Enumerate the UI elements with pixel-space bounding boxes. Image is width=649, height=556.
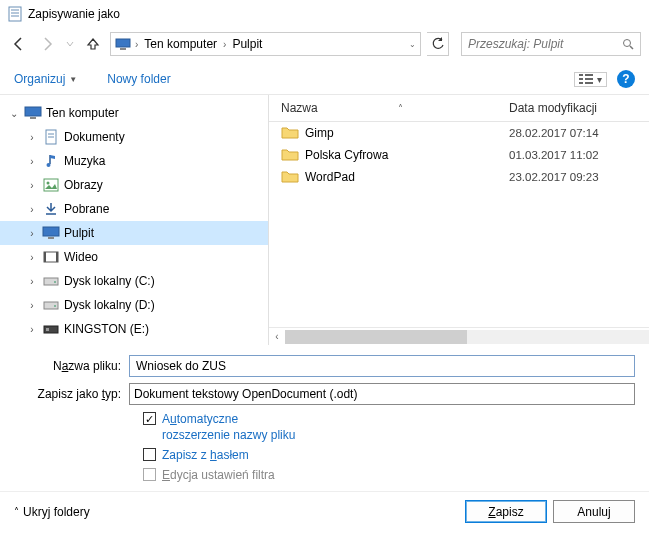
folder-icon	[281, 126, 299, 140]
tree-item-label: Dokumenty	[64, 130, 125, 144]
svg-rect-5	[120, 48, 126, 50]
organize-dropdown-icon[interactable]: ▼	[65, 75, 77, 84]
auto-extension-checkbox[interactable]	[143, 412, 156, 425]
tree-item[interactable]: ›Obrazy	[0, 173, 268, 197]
expand-icon[interactable]: ›	[26, 300, 38, 311]
svg-rect-13	[585, 82, 593, 84]
new-folder-button[interactable]: Nowy folder	[107, 72, 170, 86]
expand-icon[interactable]: ›	[26, 324, 38, 335]
up-button[interactable]	[82, 33, 104, 55]
svg-rect-23	[43, 227, 59, 236]
svg-rect-20	[44, 179, 58, 191]
tree-item[interactable]: ›Dysk lokalny (C:)	[0, 269, 268, 293]
file-name: WordPad	[305, 170, 509, 184]
organize-button[interactable]: Organizuj	[14, 72, 65, 86]
svg-rect-25	[44, 252, 58, 262]
svg-rect-12	[585, 78, 593, 80]
svg-rect-14	[25, 107, 41, 116]
tree-item-label: Ten komputer	[46, 106, 119, 120]
tree-item[interactable]: ›Dysk lokalny (D:)	[0, 293, 268, 317]
tree-item[interactable]: ›Muzyka	[0, 149, 268, 173]
expand-icon[interactable]: ›	[26, 204, 38, 215]
tree-item[interactable]: ›Pobrane	[0, 197, 268, 221]
sort-indicator-icon: ˄	[398, 103, 403, 114]
expand-icon[interactable]: ›	[26, 228, 38, 239]
breadcrumb[interactable]: › Ten komputer › Pulpit ⌄	[110, 32, 421, 56]
drive-icon	[42, 297, 60, 313]
hide-folders-button[interactable]: ˄ Ukryj foldery	[14, 505, 90, 519]
expand-icon[interactable]: ›	[26, 180, 38, 191]
column-date[interactable]: Data modyfikacji	[509, 101, 639, 115]
monitor-icon	[115, 37, 131, 51]
svg-rect-33	[46, 328, 49, 331]
auto-extension-label[interactable]: Automatyczne rozszerzenie nazwy pliku	[162, 411, 302, 443]
file-row[interactable]: Polska Cyfrowa01.03.2017 11:02	[269, 144, 649, 166]
svg-rect-0	[9, 7, 21, 21]
breadcrumb-folder[interactable]: Pulpit	[230, 37, 264, 51]
svg-rect-9	[579, 78, 583, 80]
chevron-up-icon: ˄	[14, 506, 19, 517]
folder-icon	[281, 170, 299, 184]
tree-item[interactable]: ⌄Ten komputer	[0, 101, 268, 125]
refresh-button[interactable]	[427, 32, 449, 56]
search-input[interactable]	[468, 37, 622, 51]
tree-item[interactable]: ›Wideo	[0, 245, 268, 269]
filetype-value: Dokument tekstowy OpenDocument (.odt)	[134, 387, 357, 401]
recent-dropdown[interactable]	[64, 33, 76, 55]
help-button[interactable]: ?	[617, 70, 635, 88]
tree-item-label: KINGSTON (E:)	[64, 322, 149, 336]
expand-icon[interactable]: ›	[26, 156, 38, 167]
tree-pane[interactable]: ⌄Ten komputer›Dokumenty›Muzyka›Obrazy›Po…	[0, 95, 268, 345]
svg-rect-8	[579, 74, 583, 76]
tree-item-label: Dysk lokalny (C:)	[64, 274, 155, 288]
breadcrumb-root[interactable]: Ten komputer	[142, 37, 219, 51]
save-form: Nazwa pliku: Zapisz jako typ: Dokument t…	[0, 345, 649, 491]
horizontal-scrollbar[interactable]: ‹	[269, 327, 649, 345]
svg-rect-24	[48, 237, 54, 239]
file-list[interactable]: Gimp28.02.2017 07:14Polska Cyfrowa01.03.…	[269, 122, 649, 327]
scroll-thumb[interactable]	[285, 330, 467, 344]
column-name[interactable]: Nazwa	[281, 101, 318, 115]
collapse-icon[interactable]: ⌄	[8, 108, 20, 119]
filetype-select[interactable]: Dokument tekstowy OpenDocument (.odt)	[129, 383, 635, 405]
forward-button[interactable]	[36, 33, 58, 55]
breadcrumb-dropdown-icon[interactable]: ⌄	[407, 40, 416, 49]
view-options-button[interactable]: ▾	[574, 72, 607, 87]
file-row[interactable]: Gimp28.02.2017 07:14	[269, 122, 649, 144]
tree-item[interactable]: ›Dokumenty	[0, 125, 268, 149]
save-options: Automatyczne rozszerzenie nazwy pliku Za…	[143, 411, 635, 483]
tree-item[interactable]: ›KINGSTON (E:)	[0, 317, 268, 341]
tree-item-label: Obrazy	[64, 178, 103, 192]
file-date: 01.03.2017 11:02	[509, 149, 639, 161]
column-headers[interactable]: Nazwa ˄ Data modyfikacji	[269, 95, 649, 122]
dialog-footer: ˄ Ukryj foldery Zapisz Anuluj	[0, 491, 649, 533]
chevron-down-icon: ▾	[597, 74, 602, 85]
back-button[interactable]	[8, 33, 30, 55]
search-box[interactable]	[461, 32, 641, 56]
svg-point-6	[624, 40, 631, 47]
save-with-password-checkbox[interactable]	[143, 448, 156, 461]
save-with-password-label[interactable]: Zapisz z hasłem	[162, 447, 249, 463]
nav-bar: › Ten komputer › Pulpit ⌄	[0, 28, 649, 64]
video-icon	[42, 249, 60, 265]
svg-rect-28	[44, 278, 58, 285]
scroll-left-icon[interactable]: ‹	[269, 331, 285, 342]
titlebar: Zapisywanie jako	[0, 0, 649, 28]
file-row[interactable]: WordPad23.02.2017 09:23	[269, 166, 649, 188]
tree-item-label: Pulpit	[64, 226, 94, 240]
filename-label: Nazwa pliku:	[14, 359, 129, 373]
expand-icon[interactable]: ›	[26, 276, 38, 287]
filename-input[interactable]	[129, 355, 635, 377]
pictures-icon	[42, 177, 60, 193]
cancel-button[interactable]: Anuluj	[553, 500, 635, 523]
scroll-track[interactable]	[285, 330, 649, 344]
save-button[interactable]: Zapisz	[465, 500, 547, 523]
edit-filter-label: Edycja ustawień filtra	[162, 467, 275, 483]
expand-icon[interactable]: ›	[26, 132, 38, 143]
svg-rect-27	[56, 252, 58, 262]
tree-item[interactable]: ›Pulpit	[0, 221, 268, 245]
svg-rect-15	[30, 117, 36, 119]
hide-folders-label: Ukryj foldery	[23, 505, 90, 519]
expand-icon[interactable]: ›	[26, 252, 38, 263]
file-name: Gimp	[305, 126, 509, 140]
